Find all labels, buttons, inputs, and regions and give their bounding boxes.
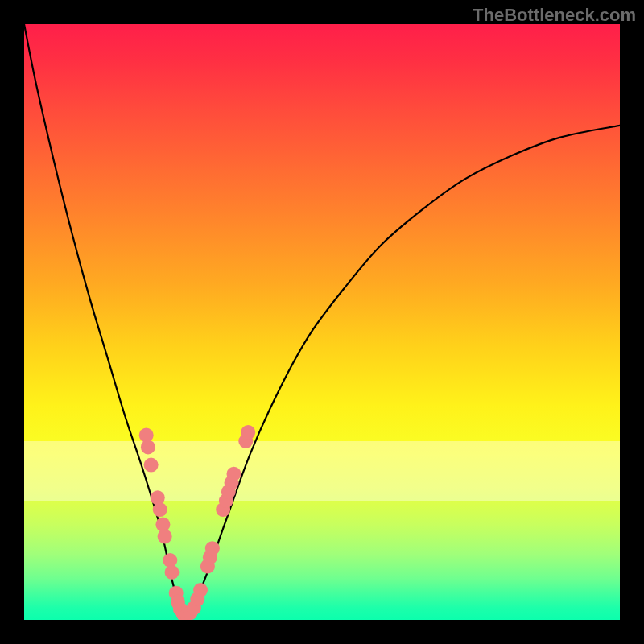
plot-area	[24, 24, 620, 620]
data-marker	[241, 425, 255, 440]
data-marker	[144, 458, 159, 473]
data-marker	[158, 529, 172, 543]
data-markers	[139, 425, 256, 620]
chart-svg	[24, 24, 620, 620]
data-marker	[151, 490, 165, 505]
watermark-text: TheBottleneck.com	[473, 5, 636, 26]
data-marker	[165, 565, 180, 580]
bottleneck-curve	[24, 24, 620, 620]
chart-frame: TheBottleneck.com	[0, 0, 644, 644]
data-marker	[141, 440, 155, 454]
data-marker	[205, 541, 220, 555]
data-marker	[226, 467, 241, 481]
data-marker	[153, 502, 167, 517]
data-marker	[193, 583, 208, 597]
